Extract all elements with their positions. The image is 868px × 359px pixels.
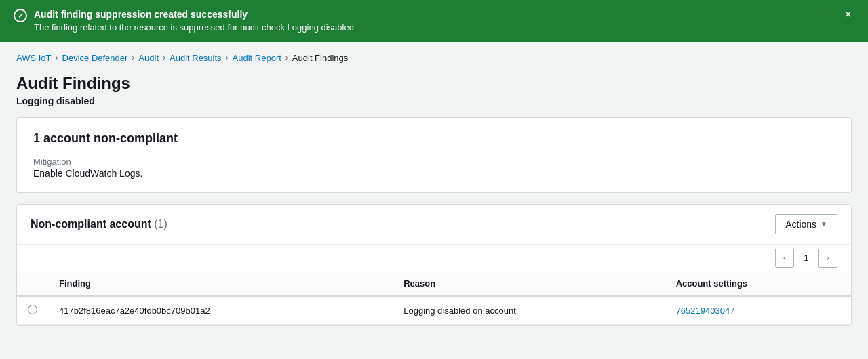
page-number: 1	[797, 249, 816, 268]
breadcrumb-sep-2: ›	[132, 53, 134, 62]
breadcrumb-sep-3: ›	[163, 53, 165, 62]
account-settings-link[interactable]: 765219403047	[676, 305, 735, 316]
banner-content: Audit finding suppression created succes…	[14, 8, 354, 34]
breadcrumb-audit-results[interactable]: Audit Results	[170, 53, 222, 63]
breadcrumb-sep-5: ›	[285, 53, 288, 62]
page-subtitle: Logging disabled	[16, 96, 852, 106]
table-header: Non-compliant account (1) Actions ▼	[17, 205, 851, 245]
row-reason-cell: Logging disabled on account.	[393, 296, 665, 325]
banner-title: Audit finding suppression created succes…	[34, 8, 354, 22]
col-select	[17, 272, 48, 296]
table-controls: Actions ▼	[775, 214, 837, 234]
summary-stat: 1 account non-compliant	[33, 131, 835, 146]
row-account-cell: 765219403047	[665, 296, 851, 325]
summary-card: 1 account non-compliant Mitigation Enabl…	[16, 117, 852, 193]
table-card: Non-compliant account (1) Actions ▼ ‹ 1 …	[16, 204, 852, 326]
breadcrumb-audit-report[interactable]: Audit Report	[233, 53, 281, 63]
main-content: AWS IoT › Device Defender › Audit › Audi…	[0, 42, 868, 342]
success-icon	[14, 9, 27, 22]
breadcrumb-device-defender[interactable]: Device Defender	[62, 53, 128, 63]
table-header-row: Finding Reason Account settings	[17, 272, 851, 296]
next-page-button[interactable]: ›	[818, 249, 837, 268]
row-select-cell	[17, 296, 48, 325]
summary-card-body: 1 account non-compliant Mitigation Enabl…	[17, 118, 851, 192]
breadcrumb-sep-1: ›	[56, 53, 58, 62]
col-finding: Finding	[48, 272, 393, 296]
mitigation-label: Mitigation	[33, 156, 835, 167]
actions-button[interactable]: Actions ▼	[775, 214, 837, 234]
breadcrumb-audit[interactable]: Audit	[138, 53, 159, 63]
dropdown-arrow-icon: ▼	[821, 220, 827, 228]
row-radio[interactable]	[28, 305, 37, 314]
mitigation-value: Enable CloudWatch Logs.	[33, 168, 835, 179]
prev-page-button[interactable]: ‹	[775, 249, 794, 268]
row-finding-cell: 417b2f816eac7a2e40fdb0bc709b01a2	[48, 296, 393, 325]
close-button[interactable]: ×	[842, 8, 854, 20]
breadcrumb-aws-iot[interactable]: AWS IoT	[16, 53, 52, 63]
page-title: Audit Findings	[16, 74, 852, 93]
banner-text: Audit finding suppression created succes…	[34, 8, 354, 34]
table-count: (1)	[154, 218, 167, 230]
pagination: ‹ 1 ›	[17, 245, 851, 272]
success-banner: Audit finding suppression created succes…	[0, 0, 868, 42]
findings-table: Finding Reason Account settings 417b2f81…	[17, 272, 851, 325]
banner-subtitle: The finding related to the resource is s…	[34, 22, 354, 34]
breadcrumb-current: Audit Findings	[292, 53, 348, 63]
table-row: 417b2f816eac7a2e40fdb0bc709b01a2 Logging…	[17, 296, 851, 325]
breadcrumb-sep-4: ›	[226, 53, 229, 62]
table-title: Non-compliant account (1)	[31, 218, 167, 230]
col-account-settings: Account settings	[665, 272, 851, 296]
breadcrumb: AWS IoT › Device Defender › Audit › Audi…	[16, 53, 852, 63]
col-reason: Reason	[393, 272, 665, 296]
